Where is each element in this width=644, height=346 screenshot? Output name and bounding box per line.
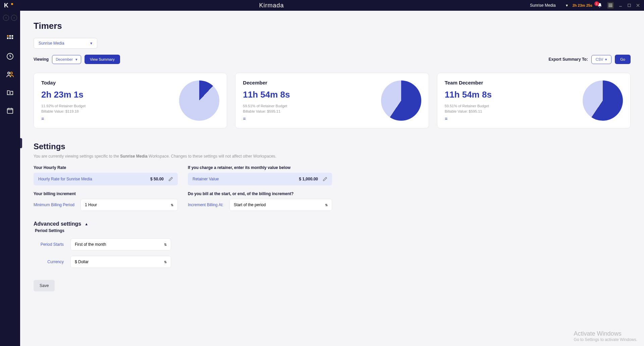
sidebar-item-add-folder[interactable] — [6, 89, 14, 97]
sort-icon: ⇅ — [164, 260, 167, 264]
running-timer: 2h 23m 25s — [573, 3, 592, 7]
bill-timing-label: Do you bill at the start, or end, of the… — [188, 191, 332, 196]
pencil-icon — [323, 177, 327, 181]
notification-badge: 1 — [594, 1, 599, 6]
chevron-down-icon: ▾ — [75, 57, 77, 62]
chevron-down-icon: ▾ — [605, 57, 607, 62]
svg-rect-4 — [7, 38, 9, 39]
sidebar: ‹ › — [0, 11, 20, 346]
chevron-down-icon: ▾ — [566, 3, 568, 8]
page-title: Timers — [34, 21, 631, 31]
view-summary-button[interactable]: View Summary — [85, 55, 120, 64]
maximize-button[interactable] — [627, 3, 631, 7]
svg-rect-10 — [7, 109, 13, 114]
save-button[interactable]: Save — [34, 280, 55, 291]
period-starts-value: First of the month — [75, 242, 106, 247]
card-details-button[interactable]: ≡ — [41, 116, 86, 121]
hourly-rate-name: Hourly Rate for Sunrise Media — [38, 177, 92, 181]
card-percentage: 59.51% of Retainer Budget — [445, 104, 492, 108]
card-billable: Billable Value: $119.18 — [41, 109, 86, 113]
advanced-settings-toggle[interactable]: Advanced settings ▲ — [34, 221, 631, 227]
card-details-button[interactable]: ≡ — [243, 116, 290, 121]
chevron-right-icon: › — [14, 16, 15, 19]
increment-billing-at-select[interactable]: Start of the period ⇅ — [229, 199, 332, 211]
card-billable: Billable Value: $595.11 — [445, 109, 492, 113]
notifications-button[interactable]: 1 — [597, 3, 602, 8]
card-title: December — [243, 80, 290, 85]
list-icon: ≡ — [445, 116, 447, 121]
period-starts-label: Period Starts — [34, 242, 64, 247]
sidebar-item-dashboard[interactable] — [6, 34, 14, 42]
hourly-rate-value: $ 50.00 — [150, 177, 164, 181]
list-icon: ≡ — [243, 116, 246, 121]
export-label: Export Summary To: — [549, 57, 588, 62]
card-percentage: 11.92% of Retainer Budget — [41, 104, 86, 108]
stat-card-today: Today 2h 23m 1s 11.92% of Retainer Budge… — [34, 73, 227, 128]
retainer-name: Retainer Value — [193, 177, 219, 181]
brand-letter: K — [4, 2, 8, 9]
svg-rect-0 — [628, 4, 631, 7]
stat-card-month: December 11h 54m 8s 59.51% of Retainer B… — [235, 73, 429, 128]
min-billing-label: Minimum Billing Period — [34, 203, 74, 207]
pie-chart-month — [381, 80, 421, 121]
pie-chart-team — [583, 80, 623, 121]
card-title: Today — [41, 80, 86, 85]
topbar: K Kirmada Sunrise Media ▾ 2h 23m 25s 1 — [0, 0, 644, 11]
increment-billing-at-label: Increment Billing At: — [188, 203, 223, 207]
card-details-button[interactable]: ≡ — [445, 116, 492, 121]
chevron-down-icon: ▾ — [90, 41, 92, 46]
nav-back-button[interactable]: ‹ — [3, 15, 9, 21]
svg-rect-3 — [12, 35, 13, 37]
card-billable: Billable Value: $595.11 — [243, 109, 290, 113]
menu-button[interactable] — [607, 2, 614, 9]
sidebar-item-timers[interactable] — [6, 52, 14, 60]
sort-icon: ⇅ — [325, 203, 328, 207]
min-billing-select[interactable]: 1 Hour ⇅ — [80, 199, 178, 211]
currency-value: $ Dollar — [75, 260, 89, 264]
viewing-label: Viewing — [34, 57, 49, 62]
edit-retainer-button[interactable] — [323, 177, 327, 181]
card-time: 11h 54m 8s — [445, 90, 492, 100]
windows-watermark: Activate Windows Go to Settings to activ… — [574, 330, 637, 342]
clock-icon — [6, 52, 14, 60]
people-icon — [6, 70, 14, 78]
export-format-select[interactable]: CSV ▾ — [591, 55, 612, 64]
workspace-selector[interactable]: Sunrise Media ▾ — [530, 3, 568, 8]
currency-label: Currency — [34, 260, 64, 264]
workspace-dropdown[interactable]: Sunrise Media ▾ — [34, 38, 97, 49]
watermark-title: Activate Windows — [574, 330, 637, 337]
calendar-icon — [6, 107, 14, 114]
minimize-button[interactable] — [619, 3, 623, 7]
month-select[interactable]: December ▾ — [52, 55, 81, 64]
stat-card-team: Team December 11h 54m 8s 59.51% of Retai… — [437, 73, 631, 128]
sort-icon: ⇅ — [171, 203, 173, 207]
nav-forward-button[interactable]: › — [11, 15, 17, 21]
sidebar-item-calendar[interactable] — [6, 107, 14, 115]
svg-rect-2 — [9, 35, 11, 37]
sidebar-item-team[interactable] — [6, 70, 14, 78]
svg-rect-5 — [9, 38, 11, 39]
card-title: Team December — [445, 80, 492, 85]
retainer-label: If you charge a retainer, enter its mont… — [188, 165, 332, 170]
workspace-dropdown-value: Sunrise Media — [39, 41, 64, 46]
go-button[interactable]: Go — [615, 55, 631, 64]
minimize-icon — [619, 3, 623, 7]
svg-point-9 — [10, 72, 12, 74]
list-icon: ≡ — [41, 116, 44, 121]
close-button[interactable] — [636, 3, 640, 7]
edit-hourly-rate-button[interactable] — [168, 177, 173, 181]
workspace-name: Sunrise Media — [530, 3, 556, 8]
card-percentage: 59.51% of Retainer Budget — [243, 104, 290, 108]
main-content: Timers Sunrise Media ▾ Viewing December … — [20, 11, 644, 346]
pencil-icon — [168, 177, 173, 181]
hourly-rate-field: Hourly Rate for Sunrise Media $ 50.00 — [34, 173, 178, 185]
card-time: 2h 23m 1s — [41, 90, 86, 100]
increment-billing-at-value: Start of the period — [234, 203, 266, 207]
sort-icon: ⇅ — [164, 243, 167, 246]
chevron-left-icon: ‹ — [6, 16, 7, 19]
month-value: December — [56, 57, 73, 61]
hamburger-icon — [608, 4, 612, 7]
period-starts-select[interactable]: First of the month ⇅ — [70, 238, 171, 250]
maximize-icon — [627, 3, 631, 7]
currency-select[interactable]: $ Dollar ⇅ — [70, 256, 171, 268]
